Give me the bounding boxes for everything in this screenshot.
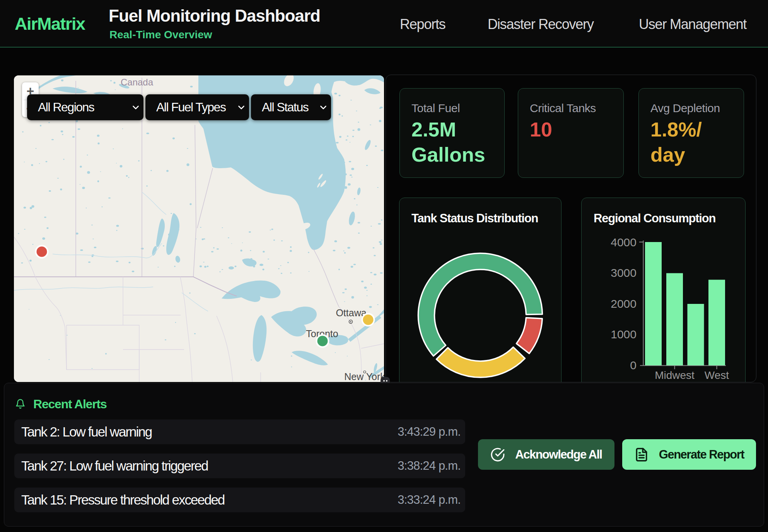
- svg-text:3000: 3000: [611, 266, 637, 279]
- svg-text:1000: 1000: [611, 328, 637, 341]
- svg-text:0: 0: [630, 359, 637, 372]
- svg-text:Midwest: Midwest: [655, 369, 695, 381]
- svg-text:West: West: [705, 369, 729, 381]
- svg-text:2000: 2000: [611, 297, 637, 310]
- svg-text:4000: 4000: [611, 236, 637, 249]
